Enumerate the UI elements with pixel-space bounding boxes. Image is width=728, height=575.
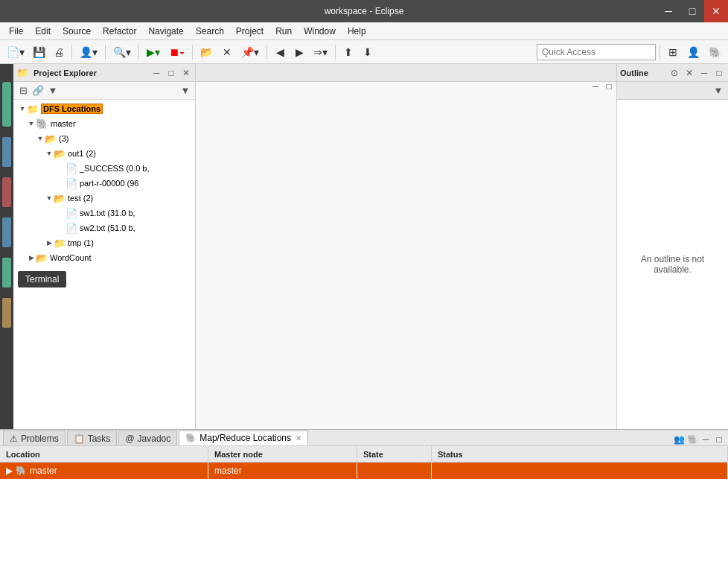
explorer-menu-btn[interactable]: ▼ bbox=[179, 84, 192, 98]
search-btn[interactable]: 🔍▾ bbox=[109, 43, 135, 61]
success-file-icon: 📄 bbox=[66, 163, 77, 174]
folder-3-label: (3) bbox=[59, 134, 68, 143]
left-icon-5[interactable] bbox=[2, 258, 11, 288]
tree-item-3[interactable]: ▼ 📂 (3) bbox=[13, 131, 195, 146]
test-label: test (2) bbox=[68, 194, 93, 203]
maximize-button[interactable]: □ bbox=[680, 0, 704, 22]
row-elephant-icon: ▶ bbox=[6, 466, 13, 476]
bottom-panel-minimize-btn[interactable]: ─ bbox=[700, 433, 712, 445]
outline-close-btn[interactable]: ✕ bbox=[683, 67, 695, 79]
menu-item-edit[interactable]: Edit bbox=[29, 25, 57, 38]
col-header-status: Status bbox=[432, 446, 728, 462]
tab-problems-label: Problems bbox=[21, 433, 59, 444]
row-elephant-icon2: 🐘 bbox=[16, 466, 27, 476]
left-icon-2[interactable] bbox=[2, 137, 11, 167]
editor-minimize-btn[interactable]: ─ bbox=[590, 80, 601, 92]
run-button[interactable]: ▶▾ bbox=[143, 43, 164, 61]
menu-item-project[interactable]: Project bbox=[230, 25, 269, 38]
profile-button[interactable]: 👤▾ bbox=[76, 43, 101, 61]
menu-item-run[interactable]: Run bbox=[269, 25, 298, 38]
terminal-button[interactable]: Terminal bbox=[18, 271, 66, 288]
up-button[interactable]: ⬆ bbox=[339, 43, 357, 61]
expand-dfs-arrow: ▼ bbox=[18, 105, 27, 112]
editor-maximize-btn[interactable]: □ bbox=[603, 80, 615, 92]
tree-item-success[interactable]: ▶ 📄 _SUCCESS (0.0 b, bbox=[13, 161, 195, 176]
tree-item-sw2[interactable]: ▶ 📄 sw2.txt (51.0 b, bbox=[13, 220, 195, 235]
bottom-panel: ⚠ Problems 📋 Tasks @ Javadoc 🐘 Map/Reduc… bbox=[0, 429, 728, 575]
folder-test-icon: 📂 bbox=[54, 193, 66, 204]
close-button[interactable]: ✕ bbox=[704, 0, 728, 22]
back-button[interactable]: ◀ bbox=[271, 43, 289, 61]
tree-item-dfs-locations[interactable]: ▼ 📁 DFS Locations bbox=[13, 101, 195, 116]
tree-item-master[interactable]: ▼ 🐘 master bbox=[13, 116, 195, 131]
menu-item-help[interactable]: Help bbox=[342, 25, 372, 38]
open-button[interactable]: 📂 bbox=[197, 43, 217, 61]
explorer-maximize-btn[interactable]: □ bbox=[165, 67, 177, 79]
tree-view: ▼ 📁 DFS Locations ▼ 🐘 master ▼ 📂 (3) bbox=[13, 100, 195, 429]
down-button[interactable]: ⬇ bbox=[359, 43, 377, 61]
new-button[interactable]: 📄▾ bbox=[3, 43, 28, 61]
collapse-all-btn[interactable]: ⊟ bbox=[16, 84, 30, 98]
editor-tabs bbox=[196, 64, 616, 82]
nav-button[interactable]: ⇒▾ bbox=[310, 43, 331, 61]
explorer-minimize-btn[interactable]: ─ bbox=[150, 67, 162, 79]
tasks-tab-icon: 📋 bbox=[74, 433, 85, 444]
tree-item-out1[interactable]: ▼ 📂 out1 (2) bbox=[13, 146, 195, 161]
tree-item-wordcount[interactable]: ▶ 📂 WordCount bbox=[13, 250, 195, 265]
dfs-locations-label: DFS Locations bbox=[41, 104, 103, 114]
open-perspective-button[interactable]: 👤 bbox=[683, 43, 703, 61]
window-title: workspace - Eclipse bbox=[325, 6, 404, 16]
table-row-master[interactable]: ▶ 🐘 master master bbox=[0, 463, 728, 479]
stop-button[interactable]: ⏹▾ bbox=[165, 43, 188, 61]
menu-item-window[interactable]: Window bbox=[298, 25, 342, 38]
close-editor-button[interactable]: ✕ bbox=[218, 43, 236, 61]
tree-item-sw1[interactable]: ▶ 📄 sw1.txt (31.0 b, bbox=[13, 206, 195, 220]
left-icon-4[interactable] bbox=[2, 217, 11, 247]
tab-tasks[interactable]: 📋 Tasks bbox=[67, 431, 118, 445]
explorer-filter-btn[interactable]: ▼ bbox=[46, 84, 60, 98]
folder-tmp-icon: 📁 bbox=[54, 238, 66, 249]
wordcount-icon: 📂 bbox=[36, 252, 48, 264]
outline-sync-btn[interactable]: ⊙ bbox=[668, 67, 680, 79]
forward-button[interactable]: ▶ bbox=[290, 43, 308, 61]
left-icon-1[interactable] bbox=[2, 82, 11, 127]
perspective-button[interactable]: ⊞ bbox=[664, 43, 682, 61]
save-button[interactable]: 💾 bbox=[29, 43, 49, 61]
project-explorer-title: Project Explorer bbox=[33, 69, 147, 77]
tab-javadoc[interactable]: @ Javadoc bbox=[118, 431, 177, 445]
cell-status bbox=[432, 463, 728, 479]
outline-minimize-btn[interactable]: ─ bbox=[698, 67, 710, 79]
pin-button[interactable]: 📌▾ bbox=[237, 43, 263, 61]
table-empty-area bbox=[0, 479, 728, 575]
explorer-close-btn[interactable]: ✕ bbox=[180, 67, 192, 79]
window-controls: ─ □ ✕ bbox=[657, 0, 728, 22]
folder-out1-icon: 📂 bbox=[54, 148, 66, 159]
tree-item-part[interactable]: ▶ 📄 part-r-00000 (96 bbox=[13, 176, 195, 191]
menu-item-refactor[interactable]: Refactor bbox=[97, 25, 142, 38]
tree-item-test[interactable]: ▼ 📂 test (2) bbox=[13, 191, 195, 206]
cell-location-value: master bbox=[30, 466, 57, 476]
mapreduce-icon-btn1[interactable]: 👥 bbox=[673, 433, 685, 445]
menu-item-file[interactable]: File bbox=[3, 25, 29, 38]
menu-item-source[interactable]: Source bbox=[57, 25, 97, 38]
left-icon-3[interactable] bbox=[2, 177, 11, 207]
folder-3-icon: 📂 bbox=[45, 133, 57, 144]
tab-tasks-label: Tasks bbox=[88, 433, 111, 444]
mapreduce-icon-btn2[interactable]: 🐘 bbox=[686, 433, 698, 445]
left-icon-6[interactable] bbox=[2, 298, 11, 328]
tab-mapreduce[interactable]: 🐘 Map/Reduce Locations ✕ bbox=[179, 431, 308, 445]
left-icon-bar bbox=[0, 64, 13, 429]
tab-problems[interactable]: ⚠ Problems bbox=[3, 431, 66, 445]
mapreduce-tab-close[interactable]: ✕ bbox=[296, 434, 301, 442]
outline-maximize-btn[interactable]: □ bbox=[713, 67, 725, 79]
quick-access-box[interactable]: Quick Access bbox=[537, 44, 656, 60]
print-button[interactable]: 🖨 bbox=[50, 43, 68, 61]
menu-item-navigate[interactable]: Navigate bbox=[142, 25, 189, 38]
link-editor-btn[interactable]: 🔗 bbox=[31, 84, 45, 98]
elephant-toolbar-button[interactable]: 🐘 bbox=[705, 43, 725, 61]
tree-item-tmp[interactable]: ▶ 📁 tmp (1) bbox=[13, 235, 195, 250]
minimize-button[interactable]: ─ bbox=[657, 0, 680, 22]
bottom-panel-maximize-btn[interactable]: □ bbox=[713, 433, 725, 445]
menu-item-search[interactable]: Search bbox=[190, 25, 230, 38]
outline-menu-btn[interactable]: ▼ bbox=[712, 84, 725, 98]
